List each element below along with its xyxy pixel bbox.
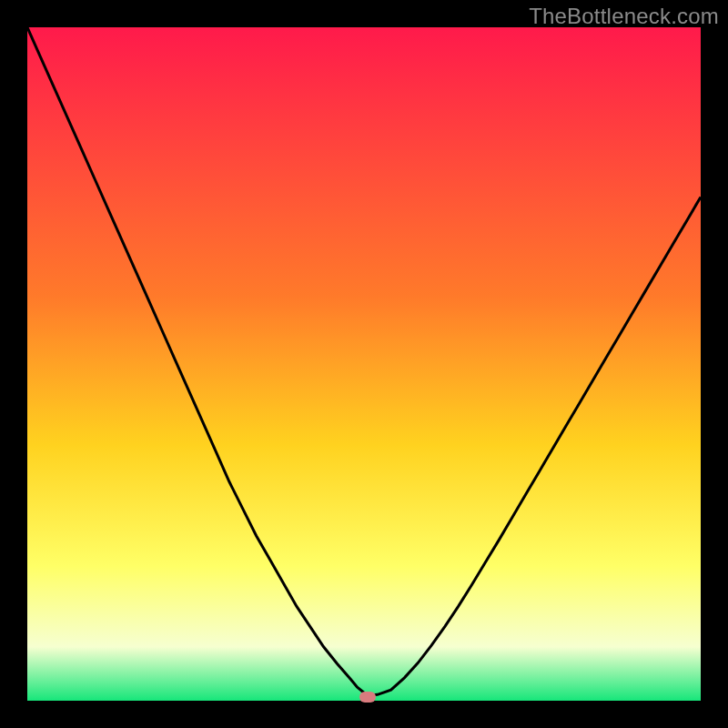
plot-background [27, 27, 701, 701]
plot-frame [27, 27, 701, 701]
chart-stage: TheBottleneck.com [0, 0, 728, 728]
watermark-text: TheBottleneck.com [529, 4, 719, 29]
minimum-marker [359, 692, 376, 703]
plot-svg [27, 27, 701, 701]
